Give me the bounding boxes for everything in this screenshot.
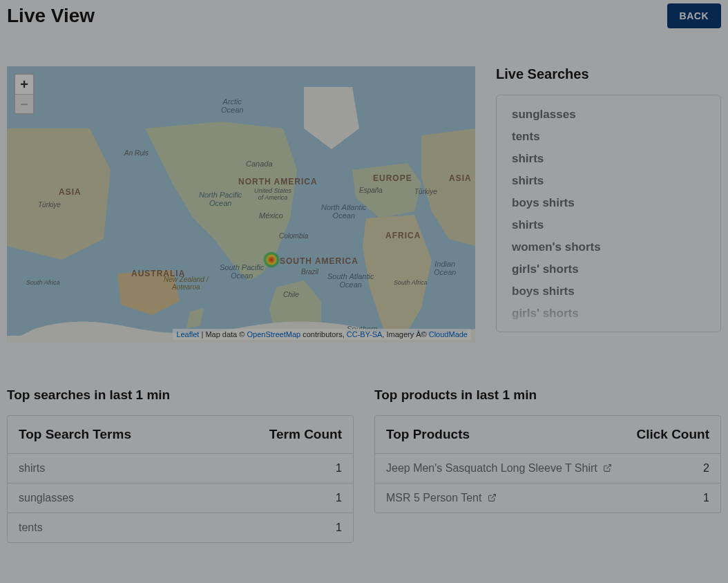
heatmap-spot xyxy=(263,251,280,268)
live-search-item: shirts xyxy=(512,218,705,232)
svg-line-3 xyxy=(491,495,495,499)
external-link-icon xyxy=(603,463,612,472)
table-row: MSR 5 Person Tent 1 xyxy=(375,484,720,513)
top-products-title: Top products in last 1 min xyxy=(374,388,721,403)
product-link[interactable]: Jeep Men's Sasquatch Long Sleeve T Shirt xyxy=(386,462,612,474)
table-row: shirts1 xyxy=(8,454,353,484)
term-count: 1 xyxy=(336,462,342,475)
live-search-item: sunglasses xyxy=(512,108,705,122)
page-title: Live View xyxy=(7,5,95,27)
zoom-in-button[interactable]: + xyxy=(15,75,33,94)
table-row: Jeep Men's Sasquatch Long Sleeve T Shirt… xyxy=(375,454,720,484)
search-term: sunglasses xyxy=(19,492,74,504)
external-link-icon xyxy=(488,493,497,502)
attrib-sep1: | Map data © xyxy=(199,330,247,338)
zoom-out-button[interactable]: − xyxy=(15,94,33,113)
svg-line-2 xyxy=(607,465,611,469)
leaflet-link[interactable]: Leaflet xyxy=(176,330,199,338)
search-term: shirts xyxy=(19,462,45,475)
col-term-count: Term Count xyxy=(269,427,342,442)
term-count: 1 xyxy=(336,492,342,504)
ccbysa-link[interactable]: CC-BY-SA xyxy=(347,330,383,338)
map-tiles xyxy=(7,66,475,343)
map-attribution: Leaflet | Map data © OpenStreetMap contr… xyxy=(173,329,471,340)
live-search-item: boys shirts xyxy=(512,196,705,210)
attrib-sep2: contributors, xyxy=(300,330,347,338)
search-term: tents xyxy=(19,522,43,534)
col-top-products: Top Products xyxy=(386,427,470,442)
osm-link[interactable]: OpenStreetMap xyxy=(247,330,300,338)
live-search-item: tents xyxy=(512,130,705,144)
zoom-controls: + − xyxy=(14,73,35,115)
table-row: sunglasses1 xyxy=(8,484,353,513)
click-count: 2 xyxy=(703,462,709,475)
fade-overlay xyxy=(497,290,720,332)
table-row: tents1 xyxy=(8,513,353,542)
top-products-table: Top Products Click Count Jeep Men's Sasq… xyxy=(374,415,721,513)
live-searches-box: sunglassestentsshirtsshirtsboys shirtssh… xyxy=(496,95,721,332)
world-map[interactable]: Arctic Ocean North Pacific Ocean North A… xyxy=(7,66,475,343)
col-click-count: Click Count xyxy=(636,427,709,442)
attrib-sep3: , Imagery Â© xyxy=(382,330,428,338)
cloudmade-link[interactable]: CloudMade xyxy=(429,330,468,338)
live-search-item: girls' shorts xyxy=(512,262,705,276)
live-search-item: women's shorts xyxy=(512,240,705,254)
live-search-item: shirts xyxy=(512,152,705,166)
live-searches-title: Live Searches xyxy=(496,66,721,82)
term-count: 1 xyxy=(336,522,342,534)
product-link[interactable]: MSR 5 Person Tent xyxy=(386,492,497,504)
top-searches-table: Top Search Terms Term Count shirts1sungl… xyxy=(7,415,354,543)
back-button[interactable]: BACK xyxy=(667,3,721,28)
click-count: 1 xyxy=(703,492,709,504)
col-top-search-terms: Top Search Terms xyxy=(19,427,131,442)
live-search-item: shirts xyxy=(512,174,705,188)
top-searches-title: Top searches in last 1 min xyxy=(7,388,354,403)
